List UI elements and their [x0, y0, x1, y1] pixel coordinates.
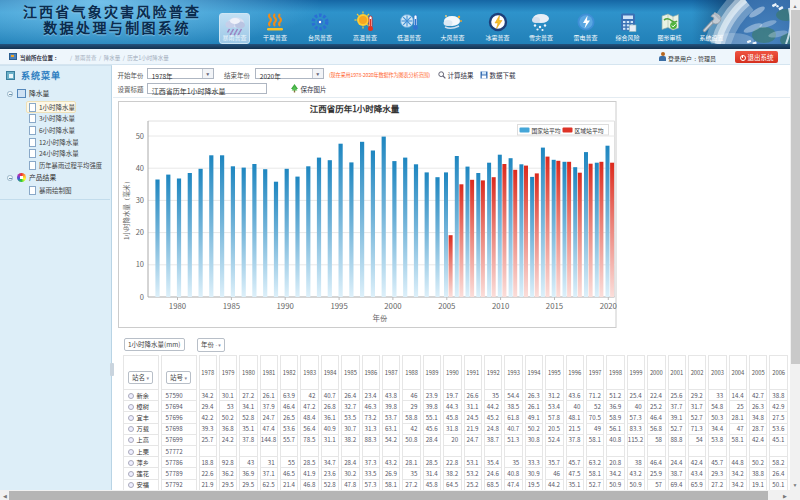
- svg-text:2010: 2010: [491, 300, 508, 311]
- svg-text:2005: 2005: [438, 300, 455, 311]
- svg-text:江西省历年1小时降水量: 江西省历年1小时降水量: [309, 102, 399, 114]
- svg-text:40: 40: [135, 162, 143, 173]
- svg-text:1小时降水量（毫米）: 1小时降水量（毫米）: [121, 178, 131, 240]
- svg-text:1985: 1985: [222, 300, 239, 311]
- svg-text:1980: 1980: [168, 300, 185, 311]
- svg-text:1995: 1995: [330, 300, 347, 311]
- svg-text:2000: 2000: [384, 300, 401, 311]
- svg-text:30: 30: [135, 194, 143, 205]
- svg-text:20: 20: [135, 226, 143, 237]
- svg-text:1990: 1990: [276, 300, 293, 311]
- svg-text:2020: 2020: [599, 300, 616, 311]
- svg-text:年份: 年份: [372, 312, 387, 323]
- svg-text:10: 10: [135, 258, 143, 269]
- svg-text:国家站平均: 国家站平均: [531, 126, 560, 135]
- svg-text:0: 0: [139, 291, 143, 302]
- svg-text:2015: 2015: [545, 300, 562, 311]
- svg-text:50: 50: [135, 130, 143, 141]
- svg-text:区域站平均: 区域站平均: [574, 126, 603, 135]
